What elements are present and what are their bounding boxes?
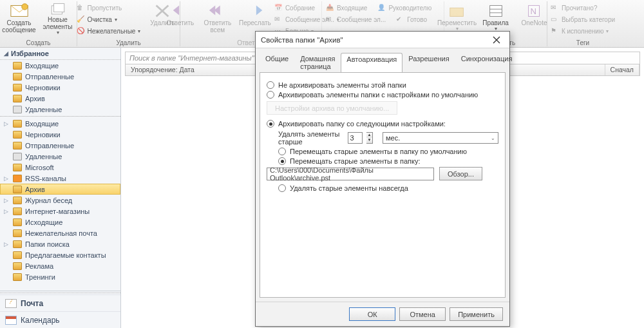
dialog-footer: ОК Отмена Применить — [256, 302, 509, 326]
mail-module-button[interactable]: Почта — [0, 294, 120, 311]
folder-icon — [13, 186, 22, 193]
categorize-button[interactable]: ▭Выбрать категори — [551, 14, 615, 25]
reply-button[interactable]: Ответить — [162, 1, 198, 36]
group-create-label: Создать — [0, 39, 77, 46]
opt-custom-archive[interactable]: Архивировать папку со следующими настрой… — [267, 120, 498, 128]
qs-msg[interactable]: ✉Сообщение эл... — [326, 14, 386, 25]
apply-button[interactable]: Применить — [450, 307, 503, 321]
folder-icon — [13, 120, 22, 128]
age-unit-combo[interactable]: мес.⌄ — [383, 132, 498, 144]
folder-icon — [13, 153, 22, 160]
close-button[interactable] — [484, 32, 509, 48]
folder-icon — [13, 164, 22, 171]
radio-icon — [267, 91, 274, 99]
dialog-tab[interactable]: Домашняя страница — [294, 52, 341, 72]
folder-icon — [13, 251, 22, 259]
radio-icon — [278, 157, 286, 165]
expand-icon: ▷ — [4, 121, 10, 127]
qs-inbox[interactable]: 📥Входящие — [326, 3, 367, 14]
folder-item[interactable]: Отправленные — [0, 140, 120, 151]
folder-item[interactable]: Microsoft — [0, 162, 120, 173]
favorite-folder[interactable]: Черновики — [0, 82, 120, 93]
qs-manager[interactable]: 👤Руководителю — [377, 3, 431, 14]
delete-permanently-option[interactable]: Удалять старые элементы навсегда — [278, 184, 498, 192]
folder-pane: ◢ Избранное ВходящиеОтправленныеЧерновик… — [0, 48, 121, 328]
folder-icon — [13, 106, 22, 113]
mark-read-button[interactable]: ✉Прочитано? — [551, 3, 615, 14]
new-items-button[interactable]: Новые элементы▾ — [40, 1, 76, 36]
new-mail-button[interactable]: Создать сообщение — [1, 1, 37, 36]
new-mail-label: Создать сообщение — [1, 19, 37, 34]
move-default-option[interactable]: Перемещать старые элементы в папку по ум… — [278, 148, 498, 155]
opt-no-archive[interactable]: Не архивировать элементы этой папки — [267, 81, 498, 89]
cleanup-button[interactable]: 🧹Очистка▾ — [77, 14, 141, 25]
spinner-buttons[interactable]: ▲▼ — [366, 132, 373, 144]
dialog-title: Свойства папки "Архив" — [261, 36, 343, 44]
folder-item[interactable]: Тренинги — [0, 271, 120, 282]
junk-button[interactable]: 🚫Нежелательные▾ — [77, 26, 141, 37]
browse-button[interactable]: Обзор... — [439, 167, 482, 180]
radio-icon — [267, 120, 274, 128]
folder-icon — [13, 84, 22, 92]
reply-all-button[interactable]: Ответить всем — [200, 1, 236, 36]
calendar-module-button[interactable]: Календарь — [0, 311, 120, 328]
module-switcher: Почта Календарь — [0, 291, 120, 328]
folder-item[interactable]: Удаленные — [0, 151, 120, 162]
radio-icon — [278, 184, 286, 192]
folder-icon — [13, 95, 22, 102]
folder-item[interactable]: ▷Журнал бесед — [0, 195, 120, 206]
dialog-tab[interactable]: Автоархивация — [341, 53, 402, 73]
folder-icon — [13, 207, 22, 215]
folder-item[interactable]: Реклама — [0, 260, 120, 271]
sort-direction[interactable]: Сначал — [605, 64, 639, 75]
favorite-folder[interactable]: Архив — [0, 93, 120, 104]
folder-item[interactable]: Исходящие — [0, 217, 120, 227]
ok-button[interactable]: ОК — [349, 307, 395, 321]
folder-icon — [13, 175, 22, 182]
qs-done[interactable]: ✔Готово — [396, 14, 427, 25]
folder-item[interactable]: ▷Входящие — [0, 118, 120, 129]
folder-icon — [13, 229, 22, 237]
expand-icon: ▷ — [4, 208, 10, 215]
cancel-button[interactable]: Отмена — [399, 307, 446, 321]
dialog-tabs: ОбщиеДомашняя страницаАвтоархивацияРазре… — [256, 48, 509, 72]
dialog-tab[interactable]: Общие — [260, 52, 294, 72]
skip-button[interactable]: 🗑Пропустить — [77, 3, 141, 14]
folder-item[interactable]: ▷Папки поиска — [0, 238, 120, 249]
radio-icon — [278, 148, 286, 155]
calendar-icon — [5, 316, 17, 325]
folder-item[interactable]: Архив — [0, 184, 120, 195]
folder-item[interactable]: Нежелательная почта — [0, 227, 120, 238]
folder-icon — [13, 73, 22, 81]
dialog-tab[interactable]: Разрешения — [402, 52, 455, 72]
folder-icon — [13, 62, 22, 70]
mail-icon — [5, 299, 17, 308]
dialog-tab[interactable]: Синхронизация — [455, 52, 518, 72]
folder-icon — [13, 142, 22, 150]
opt-default-archive[interactable]: Архивировать элементы папки с настройкам… — [267, 91, 498, 99]
svg-text:N: N — [530, 6, 536, 16]
folder-icon — [13, 262, 22, 270]
svg-rect-4 — [450, 8, 463, 16]
followup-button[interactable]: ⚑К исполнению▾ — [551, 26, 615, 37]
move-tofolder-option[interactable]: Перемещать старые элементы в папку: — [278, 157, 498, 165]
expand-icon: ▷ — [4, 175, 10, 182]
folder-item[interactable]: Предлагаемые контакты — [0, 249, 120, 260]
folder-item[interactable]: ▷Интернет-магазины — [0, 206, 120, 217]
folder-item[interactable]: Черновики — [0, 129, 120, 140]
folder-properties-dialog: Свойства папки "Архив" ОбщиеДомашняя стр… — [255, 31, 510, 327]
close-icon — [493, 36, 500, 44]
new-items-label: Новые элементы — [40, 16, 76, 30]
radio-icon — [267, 81, 274, 89]
folder-item[interactable]: ▷RSS-каналы — [0, 173, 120, 184]
favorite-folder[interactable]: Удаленные — [0, 104, 120, 115]
favorite-folder[interactable]: Входящие — [0, 60, 120, 71]
folder-icon — [13, 240, 22, 248]
favorites-header[interactable]: ◢ Избранное — [0, 48, 120, 60]
favorite-folder[interactable]: Отправленные — [0, 71, 120, 82]
expand-icon: ▷ — [4, 197, 10, 204]
archive-path-input[interactable]: C:\Users\000\Documents\Файлы Outlook\arc… — [267, 168, 434, 180]
clean-older-row: Удалять элементы старше 3 ▲▼ мес.⌄ — [278, 130, 498, 146]
age-spinner[interactable]: 3 — [348, 132, 363, 144]
svg-rect-5 — [489, 6, 502, 17]
